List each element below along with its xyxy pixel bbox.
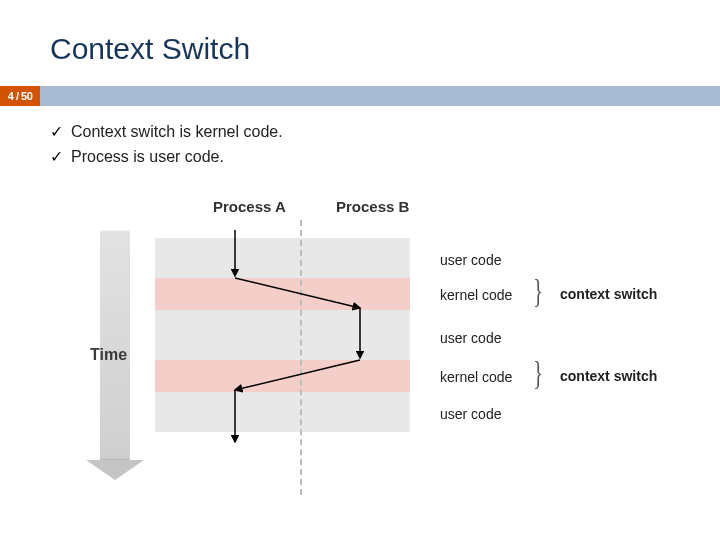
time-arrow-icon bbox=[100, 230, 130, 460]
bullet-text: Process is user code. bbox=[71, 145, 224, 170]
check-icon: ✓ bbox=[50, 145, 63, 170]
phase-label-user: user code bbox=[440, 406, 501, 422]
phase-label-user: user code bbox=[440, 252, 501, 268]
svg-line-1 bbox=[235, 278, 360, 308]
svg-line-3 bbox=[235, 360, 360, 390]
process-a-header: Process A bbox=[213, 198, 286, 215]
title-divider-bar bbox=[0, 86, 720, 106]
brace-icon: } bbox=[533, 272, 543, 310]
list-item: ✓ Context switch is kernel code. bbox=[50, 120, 283, 145]
slide-title: Context Switch bbox=[50, 32, 250, 66]
bullet-list: ✓ Context switch is kernel code. ✓ Proce… bbox=[50, 120, 283, 170]
context-switch-annotation: context switch bbox=[560, 286, 657, 302]
context-switch-diagram: Time Process A Process B user code bbox=[0, 190, 720, 520]
context-switch-annotation: context switch bbox=[560, 368, 657, 384]
list-item: ✓ Process is user code. bbox=[50, 145, 283, 170]
phase-label-user: user code bbox=[440, 330, 501, 346]
brace-icon: } bbox=[533, 354, 543, 392]
execution-path-icon bbox=[155, 230, 415, 490]
process-b-header: Process B bbox=[336, 198, 409, 215]
phase-label-kernel: kernel code bbox=[440, 287, 512, 303]
bullet-text: Context switch is kernel code. bbox=[71, 120, 283, 145]
phase-label-kernel: kernel code bbox=[440, 369, 512, 385]
check-icon: ✓ bbox=[50, 120, 63, 145]
time-axis-label: Time bbox=[90, 346, 127, 364]
page-number-badge: 4 / 50 bbox=[0, 86, 40, 106]
